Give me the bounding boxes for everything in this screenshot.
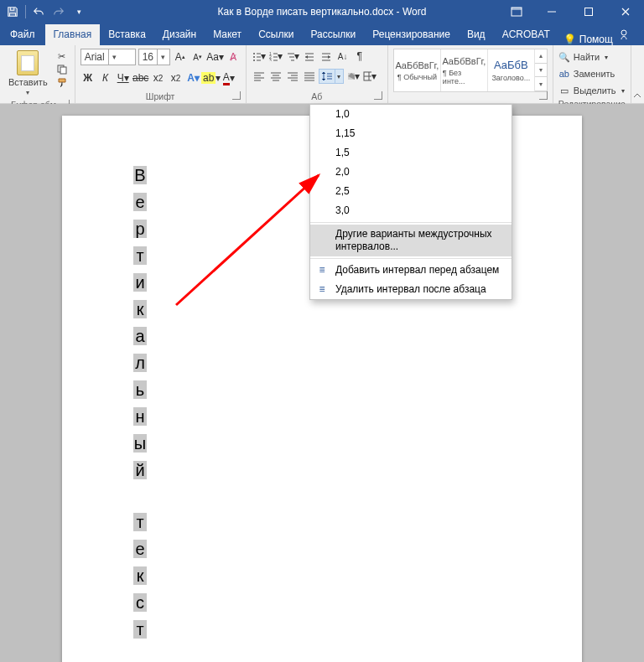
decrease-indent-icon[interactable] [302, 49, 317, 64]
maximize-button[interactable] [570, 0, 607, 23]
tab-file[interactable]: Файл [0, 24, 45, 45]
borders-icon[interactable]: ▾ [362, 69, 377, 84]
show-marks-icon[interactable]: ¶ [352, 49, 367, 64]
tab-review[interactable]: Рецензирование [364, 24, 459, 45]
select-button[interactable]: ▭Выделить▾ [558, 84, 625, 97]
title-bar: ▾ Как в Ворде писать вертикально.docx - … [0, 0, 644, 23]
font-size-combo[interactable]: 16▾ [138, 49, 170, 65]
style-heading1[interactable]: АаБбВЗаголово... [488, 49, 535, 91]
minimize-button[interactable] [533, 0, 570, 23]
qat-customize-icon[interactable]: ▾ [71, 4, 86, 19]
tab-design[interactable]: Дизайн [154, 24, 205, 45]
redo-icon[interactable] [51, 4, 66, 19]
char: е [133, 540, 147, 558]
tab-insert[interactable]: Вставка [100, 24, 154, 45]
group-styles: АаБбВвГг,¶ Обычный АаБбВвГг,¶ Без инте..… [388, 45, 553, 103]
tell-me[interactable]: 💡Помощ [564, 34, 613, 45]
remove-after-icon: ≡ [315, 282, 329, 296]
bullets-icon[interactable]: ▾ [252, 49, 267, 64]
find-button[interactable]: 🔍Найти▾ [558, 50, 608, 64]
save-icon[interactable] [5, 4, 20, 19]
svg-point-6 [253, 53, 255, 54]
line-spacing-button[interactable]: ▾ [319, 69, 344, 84]
superscript-icon[interactable]: x2 [169, 70, 184, 85]
tab-layout[interactable]: Макет [205, 24, 250, 45]
spacing-more-options[interactable]: Другие варианты междустрочных интервалов… [310, 225, 512, 256]
tab-home[interactable]: Главная [45, 24, 101, 45]
highlight-icon[interactable]: ab▾ [204, 70, 219, 85]
styles-launcher[interactable] [539, 91, 548, 100]
char: и [133, 273, 147, 292]
find-icon: 🔍 [558, 51, 570, 63]
select-icon: ▭ [558, 85, 570, 96]
comments-icon[interactable] [638, 23, 644, 45]
replace-button[interactable]: abЗаменить [558, 67, 615, 80]
text-effects-icon[interactable]: A▾ [186, 70, 201, 85]
underline-icon[interactable]: Ч▾ [116, 70, 131, 85]
cut-icon[interactable]: ✂ [55, 50, 70, 62]
line-spacing-icon [319, 69, 335, 84]
ribbon: Вставить ▾ ✂ Буфер обм... Arial▾ 16▾ A▴ … [0, 45, 644, 104]
spacing-1-5[interactable]: 1,5 [310, 143, 512, 163]
char: й [133, 461, 147, 479]
styles-gallery[interactable]: АаБбВвГг,¶ Обычный АаБбВвГг,¶ Без инте..… [393, 49, 548, 92]
align-center-icon[interactable] [268, 69, 283, 84]
spacing-2-5[interactable]: 2,5 [310, 182, 512, 201]
svg-rect-1 [512, 8, 522, 10]
paragraph-launcher[interactable] [374, 91, 382, 100]
undo-icon[interactable] [31, 4, 46, 19]
char: т [133, 513, 147, 531]
align-right-icon[interactable] [285, 69, 300, 84]
copy-icon[interactable] [55, 64, 70, 75]
italic-icon[interactable]: К [98, 70, 113, 85]
share-icon[interactable] [613, 23, 638, 45]
styles-gallery-scroll[interactable]: ▴▾▾ [535, 49, 547, 91]
font-color-icon[interactable]: A▾ [221, 70, 236, 85]
justify-icon[interactable] [302, 69, 317, 84]
spacing-1-15[interactable]: 1,15 [310, 124, 512, 143]
remove-space-after[interactable]: ≡Удалить интервал после абзаца [310, 280, 512, 299]
tab-references[interactable]: Ссылки [250, 24, 302, 45]
style-normal[interactable]: АаБбВвГг,¶ Обычный [394, 49, 441, 91]
add-before-icon: ≡ [315, 263, 329, 277]
strikethrough-icon[interactable]: abc [133, 70, 148, 85]
numbering-icon[interactable]: 123▾ [268, 49, 283, 64]
line-spacing-menu: 1,0 1,15 1,5 2,0 2,5 3,0 Другие варианты… [309, 104, 512, 300]
group-clipboard: Вставить ▾ ✂ Буфер обм... [0, 45, 75, 103]
ribbon-display-options-icon[interactable] [500, 0, 533, 23]
shrink-font-icon[interactable]: A▾ [190, 49, 205, 65]
svg-point-7 [253, 56, 255, 58]
align-left-icon[interactable] [252, 69, 267, 84]
spacing-2-0[interactable]: 2,0 [310, 163, 512, 182]
clear-formatting-icon[interactable]: A̷ [226, 49, 241, 65]
tab-acrobat[interactable]: ACROBAT [494, 24, 558, 45]
char: с [133, 593, 147, 612]
add-space-before[interactable]: ≡Добавить интервал перед абзацем [310, 261, 512, 280]
svg-rect-2 [585, 8, 593, 16]
font-name-combo[interactable]: Arial▾ [80, 49, 136, 65]
increase-indent-icon[interactable] [319, 49, 334, 64]
close-button[interactable] [607, 0, 644, 23]
format-painter-icon[interactable] [55, 77, 70, 89]
grow-font-icon[interactable]: A▴ [173, 49, 188, 65]
group-font: Arial▾ 16▾ A▴ A▾ Aa▾ A̷ Ж К Ч▾ abc x2 x2… [75, 45, 247, 103]
bold-icon[interactable]: Ж [80, 70, 96, 85]
style-no-spacing[interactable]: АаБбВвГг,¶ Без инте... [441, 49, 488, 91]
sort-icon[interactable]: A↓ [335, 49, 351, 64]
char: В [133, 166, 147, 184]
char: т [133, 246, 147, 265]
svg-text:3: 3 [269, 58, 272, 61]
char: н [133, 407, 147, 426]
tab-view[interactable]: Вид [459, 24, 494, 45]
multilevel-list-icon[interactable]: ▾ [285, 49, 300, 64]
window-controls [500, 0, 644, 23]
subscript-icon[interactable]: x2 [151, 70, 166, 85]
spacing-1-0[interactable]: 1,0 [310, 105, 512, 124]
spacing-3-0[interactable]: 3,0 [310, 201, 512, 220]
font-launcher[interactable] [232, 91, 241, 100]
tab-mailings[interactable]: Рассылки [302, 24, 364, 45]
paste-button[interactable]: Вставить ▾ [5, 49, 51, 98]
change-case-icon[interactable]: Aa▾ [208, 49, 223, 65]
shading-icon[interactable]: ▾ [345, 69, 361, 84]
collapse-ribbon-icon[interactable] [631, 45, 644, 103]
